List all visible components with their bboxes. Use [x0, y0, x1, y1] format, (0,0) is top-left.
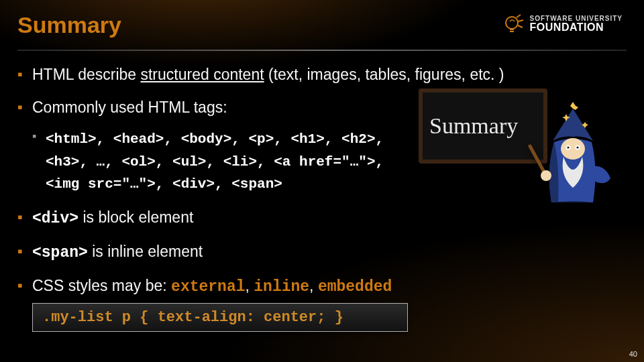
svg-point-7 [546, 201, 600, 212]
chalkboard-text: Summary [429, 113, 518, 139]
kw-external: external [171, 278, 245, 296]
title-underline [17, 50, 627, 51]
text: HTML describe [32, 66, 140, 83]
logo: SOFTWARE UNIVERSITY FOUNDATION [502, 12, 623, 36]
bullet-item: <span> is inline element [17, 241, 627, 263]
slide-header: Summary SOFTWARE UNIVERSITY FOUNDATION [17, 12, 627, 50]
svg-point-0 [506, 17, 518, 29]
text: CSS styles may be: [32, 277, 171, 294]
page-number: 40 [629, 350, 637, 358]
text: is block element [78, 208, 193, 226]
text: is inline element [88, 243, 203, 260]
text: Commonly used HTML tags: [32, 99, 227, 116]
text: , [246, 277, 254, 294]
summary-illustration: Summary [419, 88, 620, 216]
lightbulb-icon [502, 12, 526, 36]
code-tags-line2: <h3>, …, <ol>, <ul>, <li>, <a href="…">, [46, 154, 384, 170]
text-underlined: structured content [140, 66, 264, 83]
kw-embedded: embedded [318, 278, 392, 296]
code-tags-line3: <img src="…">, <div>, <span> [46, 176, 282, 192]
logo-line2: FOUNDATION [530, 22, 623, 33]
text: , [309, 277, 318, 294]
bullet-item: CSS styles may be: external, inline, emb… [17, 276, 627, 298]
logo-text: SOFTWARE UNIVERSITY FOUNDATION [530, 15, 623, 33]
code-div: <div> [32, 210, 78, 227]
sub-item: <html>, <head>, <body>, <p>, <h1>, <h2>,… [32, 127, 408, 195]
svg-point-6 [541, 170, 551, 181]
code-example-box: .my-list p { text-align: center; } [32, 303, 408, 332]
text: (text, images, tables, figures, etc. ) [264, 66, 504, 83]
svg-point-1 [561, 138, 585, 160]
svg-point-5 [576, 146, 578, 148]
slide: Summary SOFTWARE UNIVERSITY FOUNDATION H… [0, 0, 644, 362]
svg-point-3 [567, 146, 569, 148]
code-tags-line1: <html>, <head>, <body>, <p>, <h1>, <h2>, [46, 131, 384, 147]
bullet-item: HTML describe structured content (text, … [17, 64, 627, 85]
sub-list: <html>, <head>, <body>, <p>, <h1>, <h2>,… [32, 127, 408, 195]
code-span: <span> [32, 244, 88, 261]
wizard-icon [526, 102, 620, 216]
kw-inline: inline [254, 278, 309, 296]
